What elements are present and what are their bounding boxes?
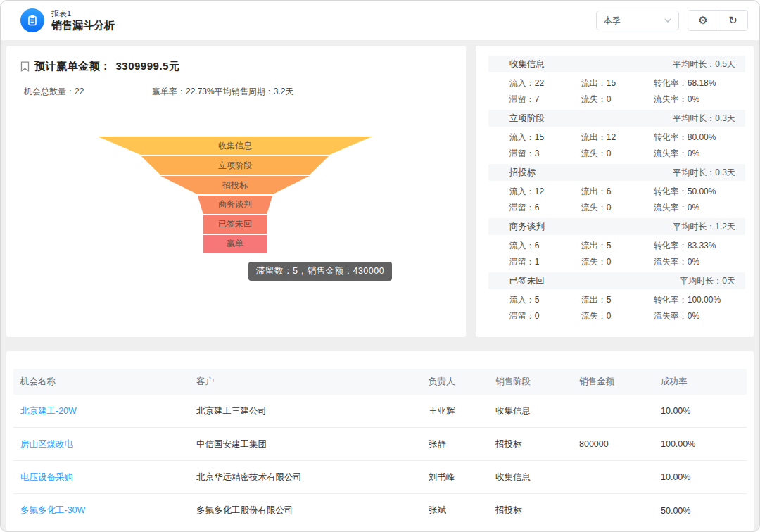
metric-value: 0	[607, 94, 612, 104]
stage-section: 立项阶段 平均时长：0.3天 流入：15 流出：12 转化率：80.00% 滞留…	[488, 110, 745, 162]
metric-value: 5	[607, 295, 612, 305]
stage-name: 商务谈判	[509, 221, 545, 233]
funnel-segment-label: 招投标	[222, 179, 248, 191]
stage-metric: 流出：15	[581, 75, 654, 91]
funnel-chart: 收集信息 立项阶段 招投标 商务谈判 已签未回	[98, 137, 372, 253]
stage-section: 招投标 平均时长：0.3天 流入：12 流出：6 转化率：50.00% 滞留：6	[488, 164, 745, 216]
table-column-header: 销售阶段	[495, 376, 579, 388]
metric-value: 83.33%	[688, 241, 716, 251]
stage-metrics: 流入：6 流出：5 转化率：83.33% 滞留：1 流失：0 流失率：0%	[488, 238, 745, 270]
stage-metric: 滞留：0	[509, 308, 581, 324]
table-row: 北京建工-20W 北京建工三建公司 王亚辉 收集信息 10.00%	[13, 395, 747, 428]
table-header-row: 机会名称 客户 负责人 销售阶段 销售金额 成功率	[13, 369, 747, 395]
metric-value: 3	[535, 148, 540, 158]
metric-value: 6	[535, 203, 540, 213]
stat-label: 平均销售周期：	[215, 87, 274, 96]
metric-label: 滞留：	[509, 311, 535, 321]
stage-metric: 流失率：0%	[654, 200, 745, 216]
metric-value: 0	[607, 203, 612, 213]
metric-label: 转化率：	[654, 78, 688, 88]
opportunity-name-link[interactable]: 多氟多化工-30W	[20, 505, 196, 517]
table-column-header: 销售金额	[579, 376, 661, 388]
funnel-segment[interactable]: 招投标	[98, 176, 372, 194]
report-page: 报表1 销售漏斗分析 本季 ⚙ ↻ 预计赢单金额	[0, 0, 760, 532]
period-select[interactable]: 本季	[596, 11, 679, 30]
stage-metric: 流出：5	[581, 292, 654, 308]
stage-metric: 流失率：0%	[654, 146, 745, 162]
metric-label: 流入：	[509, 132, 535, 142]
report-logo-icon	[20, 8, 44, 32]
rate-cell: 100.00%	[661, 439, 747, 449]
metric-label: 转化率：	[654, 241, 688, 251]
metric-label: 流失率：	[654, 311, 688, 321]
stage-metric: 流失：0	[581, 308, 654, 324]
metric-value: 0%	[688, 257, 699, 267]
metric-value: 5	[607, 241, 612, 251]
stat-value: 22	[75, 87, 84, 96]
metric-value: 5	[535, 295, 540, 305]
opportunity-name-link[interactable]: 北京建工-20W	[20, 405, 196, 417]
stage-metric: 流入：6	[509, 238, 581, 254]
funnel-segment[interactable]: 商务谈判	[98, 196, 372, 214]
customer-cell: 多氟多化工股份有限公司	[196, 505, 429, 517]
stage-cell: 招投标	[495, 438, 579, 450]
metric-label: 流失：	[581, 257, 607, 267]
metric-value: 15	[607, 78, 616, 88]
opportunity-name-link[interactable]: 房山区煤改电	[20, 438, 196, 450]
funnel-segment-label: 立项阶段	[218, 160, 252, 172]
table-row: 多氟多化工-30W 多氟多化工股份有限公司 张斌 招投标 50.00%	[13, 494, 747, 527]
metric-value: 50.00%	[688, 186, 716, 196]
header-left: 报表1 销售漏斗分析	[20, 8, 115, 32]
refresh-icon: ↻	[728, 14, 737, 27]
metric-value: 6	[535, 241, 540, 251]
metric-label: 流入：	[509, 78, 535, 88]
metric-label: 流出：	[581, 241, 607, 251]
stage-metric: 流入：12	[509, 184, 581, 200]
stat-label: 赢单率：	[152, 87, 186, 96]
metric-label: 流入：	[509, 186, 535, 196]
metric-value: 0%	[688, 148, 699, 158]
settings-button[interactable]: ⚙	[688, 11, 718, 30]
owner-cell: 张静	[429, 438, 495, 450]
stage-metric: 流失率：0%	[654, 308, 745, 324]
owner-cell: 张斌	[429, 505, 495, 517]
stage-metric: 转化率：50.00%	[654, 184, 745, 200]
stage-metric: 流入：22	[509, 75, 581, 91]
funnel-segment-label: 收集信息	[218, 140, 252, 152]
stage-metric: 转化率：80.00%	[654, 129, 745, 146]
metric-label: 流入：	[509, 295, 535, 305]
metric-label: 流出：	[581, 186, 607, 196]
table-column-header: 客户	[196, 376, 429, 388]
opportunity-name-link[interactable]: 电压设备采购	[20, 471, 196, 483]
stage-metric: 流失：0	[581, 146, 654, 162]
stage-section-header: 立项阶段 平均时长：0.3天	[488, 110, 745, 127]
stage-section-header: 收集信息 平均时长：0.5天	[488, 56, 745, 72]
stage-name: 收集信息	[509, 58, 545, 70]
metric-value: 0	[607, 257, 612, 267]
stage-metric: 流出：6	[581, 184, 654, 200]
table-body: 北京建工-20W 北京建工三建公司 王亚辉 收集信息 10.00% 房山区煤改电…	[13, 395, 747, 527]
stage-section: 收集信息 平均时长：0.5天 流入：22 流出：15 转化率：68.18% 滞留…	[488, 56, 745, 108]
stage-name: 立项阶段	[509, 113, 545, 125]
stage-metric: 流失：0	[581, 200, 654, 216]
app-header: 报表1 销售漏斗分析 本季 ⚙ ↻	[1, 1, 759, 40]
metric-label: 滞留：	[509, 203, 535, 213]
funnel-card: 预计赢单金额： 3309999.5元 机会总数量：22 赢单率：22.73% 平…	[6, 46, 466, 337]
metric-value: 80.00%	[688, 132, 716, 142]
metric-label: 转化率：	[654, 132, 688, 142]
funnel-segment[interactable]: 赢单	[98, 235, 372, 253]
stage-metric: 转化率：83.33%	[654, 238, 745, 254]
stage-metric: 转化率：68.18%	[654, 75, 745, 91]
stage-cell: 收集信息	[495, 405, 579, 417]
stage-metrics: 流入：5 流出：5 转化率：100.00% 滞留：0 流失：0 流失率：0%	[488, 292, 745, 324]
metric-label: 流出：	[581, 295, 607, 305]
page-title: 销售漏斗分析	[51, 19, 115, 32]
summary-stats: 机会总数量：22 赢单率：22.73% 平均销售周期：3.2天	[24, 86, 293, 98]
stat-item: 机会总数量：22	[24, 86, 152, 98]
funnel-segment[interactable]: 收集信息	[98, 137, 372, 155]
funnel-segment[interactable]: 立项阶段	[98, 156, 372, 175]
funnel-segment[interactable]: 已签未回	[98, 215, 372, 234]
refresh-button[interactable]: ↻	[718, 11, 747, 30]
table-row: 房山区煤改电 中信国安建工集团 张静 招投标 800000 100.00%	[13, 428, 747, 461]
stage-cell: 收集信息	[495, 471, 579, 483]
